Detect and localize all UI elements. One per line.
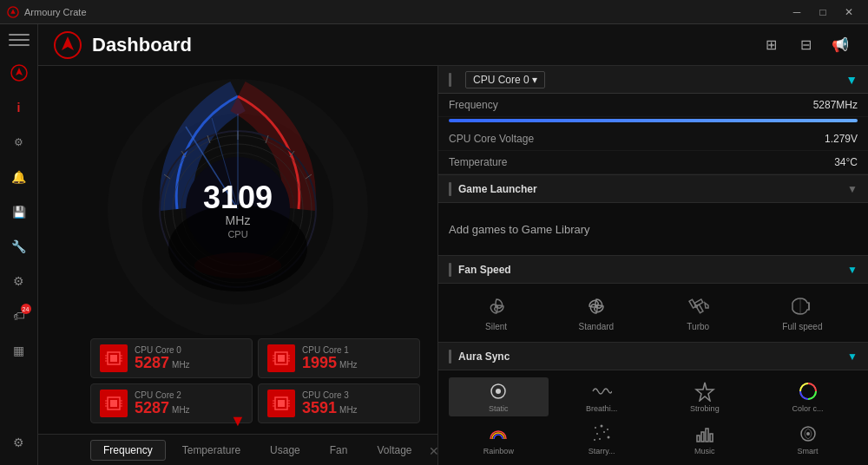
aura-sync-header[interactable]: Aura Sync ▼ (438, 343, 868, 370)
sidebar-item-info[interactable]: i (3, 92, 35, 123)
aura-smart[interactable]: Smart (758, 420, 858, 459)
cpu-core-widget: CPU Core 0 ▾ ▼ Frequency 5287MHz (438, 66, 868, 175)
fan-standard-label: Standard (579, 322, 615, 331)
cpu-temperature-row: Temperature 34°C (438, 151, 868, 174)
notifications-button[interactable]: 📢 (826, 31, 854, 59)
svg-point-73 (594, 439, 595, 441)
bottom-close-icon[interactable]: ✕ (429, 444, 439, 458)
svg-point-56 (495, 305, 498, 308)
sidebar-item-tag[interactable]: 🏷 24 (3, 300, 35, 331)
sidebar-item-settings-bottom[interactable]: ⚙ (3, 427, 35, 458)
sidebar-item-grid[interactable]: ▦ (3, 335, 35, 366)
sidebar-item-performance[interactable]: ⚙ (3, 265, 35, 297)
aura-border (449, 350, 451, 363)
page-title: Dashboard (92, 34, 757, 56)
core-freq-3: 3591 (302, 400, 337, 417)
aura-rainbow[interactable]: Rainbow (449, 420, 549, 459)
aura-modes-grid: Static Breathi... (438, 370, 868, 465)
maximize-button[interactable]: □ (811, 0, 835, 24)
svg-rect-75 (701, 432, 704, 442)
cpu-cores-grid: CPU Core 0 5287 MHz (90, 338, 420, 423)
titlebar: Armoury Crate ─ □ ✕ (0, 0, 868, 24)
core-card-0[interactable]: CPU Core 0 5287 MHz (90, 338, 253, 378)
fan-speed-widget: Fan Speed ▼ Silent (438, 256, 868, 343)
aura-static-icon (488, 381, 509, 402)
core-info-3: CPU Core 3 3591 MHz (302, 390, 358, 417)
svg-point-70 (603, 431, 605, 433)
sidebar-item-tools[interactable]: 🔧 (3, 231, 35, 262)
core-unit-2: MHz (172, 405, 190, 415)
tab-usage[interactable]: Usage (257, 440, 313, 461)
aura-starry-label: Starry... (589, 447, 615, 455)
cpu-chip-icon-3 (272, 394, 291, 413)
app-container: i ⚙ 🔔 💾 🔧 ⚙ 🏷 24 ▦ ⚙ Dashboard ⊞ ⊟ 📢 (0, 24, 868, 465)
cpu-chip-icon (104, 349, 123, 368)
fan-silent-label: Silent (485, 322, 507, 331)
fan-speed-header[interactable]: Fan Speed ▼ (438, 256, 868, 284)
sidebar-item-system[interactable]: ⚙ (3, 127, 35, 158)
core-icon-1 (267, 344, 295, 372)
content-area: 3109 MHz CPU (38, 66, 868, 465)
minimize-button[interactable]: ─ (785, 0, 809, 24)
aura-static[interactable]: Static (449, 377, 549, 416)
aura-color-label: Color c... (792, 404, 824, 413)
core-card-2[interactable]: CPU Core 2 5287 MHz (90, 383, 253, 423)
fan-mode-standard[interactable]: Standard (572, 291, 621, 335)
aura-music[interactable]: Music (655, 420, 755, 459)
svg-rect-41 (110, 400, 117, 407)
svg-point-67 (601, 425, 603, 428)
sidebar-item-storage[interactable]: 💾 (3, 196, 35, 227)
core-card-1[interactable]: CPU Core 1 1995 MHz (258, 338, 420, 378)
fan-mode-silent[interactable]: Silent (477, 291, 516, 335)
bottom-tabs: Frequency Temperature Usage Fan Voltage (38, 434, 437, 465)
frequency-label: Frequency (449, 99, 813, 111)
fan-turbo-icon (684, 294, 712, 318)
gauge-value: 3109 (203, 182, 273, 213)
temperature-value: 34°C (834, 156, 858, 168)
fan-speed-chevron: ▼ (847, 264, 858, 276)
cpu-core-select[interactable]: CPU Core 0 ▾ (465, 71, 545, 88)
voltage-value: 1.279V (825, 133, 858, 145)
aura-breathing[interactable]: Breathi... (552, 377, 652, 416)
core-unit-0: MHz (172, 360, 190, 370)
aura-rainbow-label: Rainbow (483, 447, 514, 455)
close-button[interactable]: ✕ (837, 0, 861, 24)
game-launcher-border (449, 182, 451, 196)
cpu-chip-icon-1 (272, 349, 291, 368)
aura-strobing[interactable]: Strobing (655, 377, 755, 416)
fan-fullspeed-icon (788, 294, 816, 318)
tab-voltage[interactable]: Voltage (364, 440, 424, 461)
fan-speed-border (449, 263, 451, 277)
svg-point-58 (694, 305, 698, 308)
tab-fan[interactable]: Fan (317, 440, 361, 461)
gauge-display: 3109 MHz CPU (203, 182, 273, 239)
fan-standard-icon (584, 294, 608, 318)
aura-color-cycle[interactable]: Color c... (758, 377, 858, 416)
tab-frequency[interactable]: Frequency (90, 440, 166, 461)
cpu-widget-chevron[interactable]: ▼ (845, 73, 858, 87)
menu-toggle[interactable] (3, 28, 35, 52)
game-add-text: Add games to Game Library (449, 223, 590, 236)
svg-point-57 (595, 305, 598, 308)
fan-mode-fullspeed[interactable]: Full speed (775, 291, 829, 335)
aura-smart-label: Smart (798, 447, 819, 455)
core-icon-2 (100, 390, 128, 417)
aura-rainbow-icon (488, 423, 509, 444)
temperature-label: Temperature (449, 156, 834, 168)
sidebar: i ⚙ 🔔 💾 🔧 ⚙ 🏷 24 ▦ ⚙ (0, 24, 38, 465)
core-card-3[interactable]: CPU Core 3 3591 MHz (258, 383, 420, 423)
sidebar-item-notifications[interactable]: 🔔 (3, 161, 35, 193)
svg-rect-25 (110, 355, 117, 362)
game-launcher-header[interactable]: Game Launcher ▼ (438, 175, 868, 203)
tab-temperature[interactable]: Temperature (169, 440, 253, 461)
gauge-area: 3109 MHz CPU (38, 66, 437, 344)
core-freq-1: 1995 (302, 355, 337, 372)
aura-starry[interactable]: Starry... (552, 420, 652, 459)
svg-point-68 (607, 429, 608, 430)
header: Dashboard ⊞ ⊟ 📢 (38, 24, 868, 66)
cpu-widget-content: Frequency 5287MHz CPU Core Voltage 1.279… (438, 94, 868, 174)
fan-mode-turbo[interactable]: Turbo (677, 291, 719, 335)
view-grid-button[interactable]: ⊟ (792, 31, 819, 59)
svg-point-79 (806, 432, 810, 436)
view-list-button[interactable]: ⊞ (757, 31, 785, 59)
